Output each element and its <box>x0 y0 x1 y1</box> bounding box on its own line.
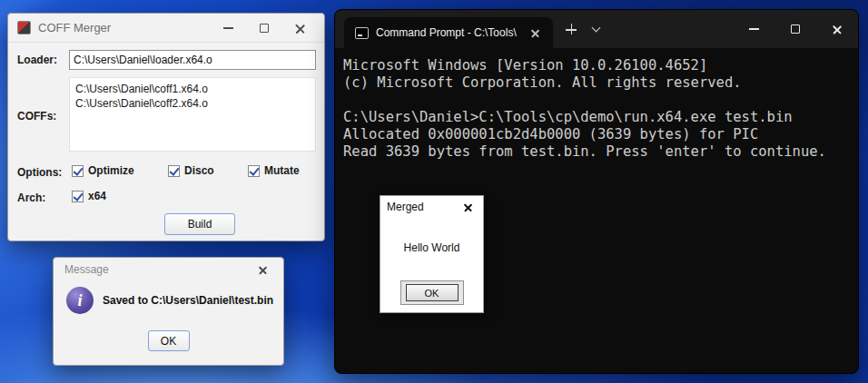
close-icon <box>833 25 843 34</box>
coff-merger-window-title: COFF Merger <box>38 21 210 34</box>
info-icon: i <box>66 287 94 314</box>
build-button[interactable]: Build <box>164 213 235 235</box>
close-icon <box>259 265 268 274</box>
terminal-minimize-button[interactable] <box>733 10 774 48</box>
coffs-list-item[interactable]: C:\Users\Daniel\coff1.x64.o <box>75 82 310 96</box>
close-icon <box>531 28 540 37</box>
checkbox-mutate-label: Mutate <box>264 164 300 177</box>
maximize-icon <box>260 24 269 33</box>
terminal-output[interactable]: Microsoft Windows [Version 10.0.26100.46… <box>335 48 858 161</box>
terminal-tab-title: Command Prompt - C:\Tools\ <box>376 26 517 39</box>
checkbox-optimize-box[interactable] <box>72 165 84 177</box>
message-ok-button[interactable]: OK <box>148 330 190 351</box>
coffs-list[interactable]: C:\Users\Daniel\coff1.x64.o C:\Users\Dan… <box>69 77 316 152</box>
close-icon <box>295 23 306 34</box>
terminal-tab[interactable]: Command Prompt - C:\Tools\ <box>344 17 553 48</box>
checkbox-disco-label: Disco <box>184 164 214 177</box>
checkbox-mutate[interactable]: Mutate <box>248 164 300 177</box>
checkbox-disco-box[interactable] <box>168 165 180 177</box>
arch-label: Arch: <box>17 192 45 204</box>
options-label: Options: <box>17 166 62 179</box>
merged-dialog: Merged Hello World OK <box>380 195 484 313</box>
loader-label: Loader: <box>17 54 57 66</box>
terminal-line: (c) Microsoft Corporation. All rights re… <box>343 74 858 92</box>
merged-dialog-title: Merged <box>387 201 459 213</box>
merged-close-button[interactable] <box>459 198 478 216</box>
merged-dialog-titlebar[interactable]: Merged <box>380 196 483 218</box>
minimize-icon <box>749 28 759 30</box>
coffs-label: COFFs: <box>17 110 56 123</box>
checkbox-x64-box[interactable] <box>72 191 84 202</box>
terminal-line: Read 3639 bytes from test.bin. Press 'en… <box>343 143 858 161</box>
checkbox-optimize[interactable]: Optimize <box>72 164 134 177</box>
message-text: Saved to C:\Users\Daniel\test.bin <box>103 294 273 307</box>
checkbox-x64-label: x64 <box>88 190 106 202</box>
terminal-tab-bar[interactable]: Command Prompt - C:\Tools\ <box>335 10 858 48</box>
minimize-icon <box>223 27 233 29</box>
merged-message-text: Hello World <box>380 241 483 254</box>
minimize-button[interactable] <box>210 14 246 42</box>
desktop: COFF Merger Loader: COFFs: C:\Users\Dani… <box>0 0 868 383</box>
coff-merger-window: COFF Merger Loader: COFFs: C:\Users\Dani… <box>7 13 325 241</box>
terminal-line: Microsoft Windows [Version 10.0.26100.46… <box>343 57 858 74</box>
terminal-window-controls <box>733 10 858 48</box>
merged-ok-well: OK <box>400 280 464 305</box>
terminal-line: Allocated 0x000001cb2d4b0000 (3639 bytes… <box>343 126 858 143</box>
coff-merger-content: Loader: COFFs: C:\Users\Daniel\coff1.x64… <box>8 43 324 241</box>
terminal-window: Command Prompt - C:\Tools\ Microsoft Win… <box>334 9 859 374</box>
checkbox-mutate-box[interactable] <box>248 165 260 177</box>
close-icon <box>464 202 473 211</box>
message-dialog: Message i Saved to C:\Users\Daniel\test.… <box>53 257 284 366</box>
maximize-icon <box>791 25 800 34</box>
terminal-close-button[interactable] <box>816 10 858 48</box>
checkbox-disco[interactable]: Disco <box>168 164 214 177</box>
checkbox-x64[interactable]: x64 <box>72 190 106 202</box>
message-dialog-titlebar[interactable]: Message <box>54 258 283 281</box>
terminal-line <box>343 92 858 109</box>
terminal-maximize-button[interactable] <box>774 10 816 48</box>
cmd-icon <box>355 27 369 39</box>
coff-merger-titlebar[interactable]: COFF Merger <box>8 14 324 43</box>
chevron-down-icon[interactable] <box>591 23 600 32</box>
coffs-list-item[interactable]: C:\Users\Daniel\coff2.x64.o <box>75 96 310 111</box>
tab-close-button[interactable] <box>528 25 544 41</box>
message-dialog-title: Message <box>64 263 251 276</box>
close-button[interactable] <box>282 14 319 42</box>
checkbox-optimize-label: Optimize <box>88 164 134 177</box>
merged-ok-button[interactable]: OK <box>406 284 459 301</box>
terminal-line: C:\Users\Daniel>C:\Tools\cp\demo\run.x64… <box>343 109 858 126</box>
coff-merger-app-icon <box>17 21 31 34</box>
loader-input[interactable] <box>69 50 316 70</box>
message-close-button[interactable] <box>251 258 276 281</box>
new-tab-button[interactable] <box>566 24 577 34</box>
maximize-button[interactable] <box>246 14 282 42</box>
